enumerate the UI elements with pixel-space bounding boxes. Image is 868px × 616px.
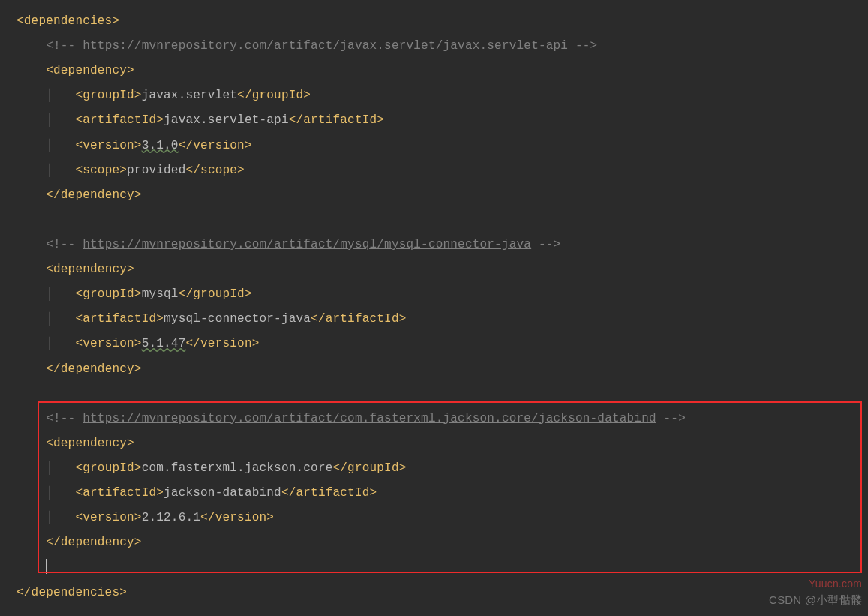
code-line: │ <groupId>javax.servlet</groupId> (17, 83, 868, 108)
xml-tag: </groupId> (333, 461, 407, 475)
code-line: │ <artifactId>javax.servlet-api</artifac… (17, 108, 868, 133)
xml-tag: <scope> (75, 164, 127, 177)
xml-tag: <artifactId> (75, 486, 164, 500)
xml-tag: </version> (179, 139, 252, 152)
xml-text: javax.servlet (142, 89, 237, 102)
code-line: </dependency> (17, 357, 868, 382)
xml-tag: <groupId> (75, 287, 141, 301)
watermark: CSDN @小型骷髅 (769, 588, 862, 611)
comment-open: <!-- (46, 238, 83, 251)
xml-tag: </dependencies> (17, 586, 127, 599)
xml-tag: </artifactId> (289, 113, 384, 127)
xml-text: mysql-connector-java (164, 312, 311, 326)
xml-tag: <artifactId> (75, 312, 164, 326)
xml-tag: <groupId> (75, 461, 141, 475)
xml-tag: </dependency> (46, 536, 141, 549)
comment-url[interactable]: https://mvnrepository.com/artifact/javax… (83, 39, 568, 53)
indent-guide: │ (46, 312, 75, 326)
xml-tag: </groupId> (237, 89, 311, 102)
code-line: │ <version>3.1.0</version> (17, 134, 868, 158)
xml-tag: <version> (75, 139, 141, 152)
code-line: │ <artifactId>mysql-connector-java</arti… (17, 307, 868, 332)
indent-guide: │ (46, 113, 75, 127)
code-line: │ <scope>provided</scope> (17, 158, 868, 183)
blank-line (17, 382, 868, 407)
code-line: │ <version>5.1.47</version> (17, 332, 868, 356)
code-line: </dependencies> (17, 581, 868, 605)
code-line: <dependency> (17, 257, 868, 282)
code-line: <dependencies> (17, 9, 868, 34)
code-line: │ <version>2.12.6.1</version> (17, 506, 868, 530)
xml-tag: </dependency> (46, 362, 141, 376)
xml-text: 2.12.6.1 (142, 511, 200, 524)
indent-guide: │ (46, 461, 75, 475)
xml-tag: <dependency> (46, 437, 134, 450)
comment-url[interactable]: https://mvnrepository.com/artifact/mysql… (83, 238, 531, 251)
code-line: <!-- https://mvnrepository.com/artifact/… (17, 34, 868, 59)
xml-tag: <dependency> (46, 64, 134, 77)
xml-tag: </artifactId> (281, 486, 377, 500)
code-line: │ <groupId>com.fasterxml.jackson.core</g… (17, 456, 868, 481)
xml-tag: </scope> (185, 164, 244, 177)
indent-guide: │ (46, 139, 75, 152)
blank-line (17, 208, 868, 233)
indent-guide: │ (46, 511, 75, 524)
xml-text: javax.servlet-api (164, 113, 289, 127)
xml-text: mysql (142, 287, 179, 301)
indent-guide: │ (46, 89, 75, 102)
comment-close: --> (568, 39, 597, 53)
code-line: <!-- https://mvnrepository.com/artifact/… (17, 407, 868, 431)
code-line: </dependency> (17, 530, 868, 555)
xml-tag: </version> (185, 337, 259, 350)
xml-tag: <version> (75, 511, 141, 524)
xml-text: jackson-databind (164, 486, 281, 500)
code-line: <!-- https://mvnrepository.com/artifact/… (17, 233, 868, 257)
xml-tag: </artifactId> (311, 312, 406, 326)
xml-tag: <dependencies> (17, 14, 119, 28)
xml-text-typo: 5.1.47 (142, 337, 186, 350)
xml-tag: </dependency> (46, 188, 141, 202)
xml-text: provided (127, 164, 185, 177)
cursor-line[interactable] (17, 555, 868, 580)
comment-open: <!-- (46, 412, 83, 425)
code-line: </dependency> (17, 183, 868, 208)
xml-tag: <groupId> (75, 89, 141, 102)
comment-open: <!-- (46, 39, 83, 53)
xml-tag: <artifactId> (75, 113, 164, 127)
code-line: <dependency> (17, 431, 868, 456)
text-cursor (46, 559, 47, 574)
indent-guide: │ (46, 337, 75, 350)
indent-guide: │ (46, 486, 75, 500)
comment-close: --> (656, 412, 686, 425)
indent-guide: │ (46, 287, 75, 301)
code-editor-area[interactable]: <dependencies> <!-- https://mvnrepositor… (0, 0, 868, 605)
xml-text-typo: 3.1.0 (142, 139, 179, 152)
code-line: <dependency> (17, 59, 868, 83)
code-line: │ <groupId>mysql</groupId> (17, 282, 868, 307)
comment-url[interactable]: https://mvnrepository.com/artifact/com.f… (83, 412, 656, 425)
xml-tag: <version> (75, 337, 141, 350)
indent-guide: │ (46, 164, 75, 177)
comment-close: --> (531, 238, 560, 251)
code-line: │ <artifactId>jackson-databind</artifact… (17, 481, 868, 506)
xml-tag: </groupId> (179, 287, 252, 301)
xml-text: com.fasterxml.jackson.core (142, 461, 333, 475)
xml-tag: </version> (200, 511, 274, 524)
xml-tag: <dependency> (46, 263, 134, 276)
